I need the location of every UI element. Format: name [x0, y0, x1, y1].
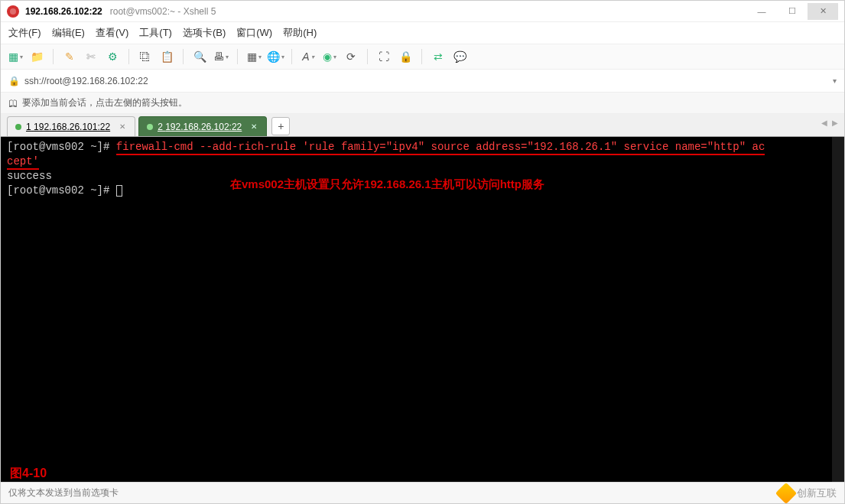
tab-session-1[interactable]: 1 192.168.26.101:22 ✕: [7, 116, 135, 136]
infobar-text: 要添加当前会话，点击左侧的箭头按钮。: [22, 96, 187, 109]
annotation-text: 在vms002主机设置只允许192.168.26.1主机可以访问http服务: [230, 177, 544, 191]
tab-nav: ◀ ▶: [821, 119, 838, 127]
separator: [367, 49, 368, 64]
separator: [237, 49, 238, 64]
menu-window[interactable]: 窗口(W): [236, 26, 272, 40]
menu-tabs[interactable]: 选项卡(B): [183, 26, 226, 40]
prompt: [root@vms002 ~]#: [7, 141, 116, 153]
status-dot-icon: [15, 124, 21, 130]
menu-tools[interactable]: 工具(T): [139, 26, 172, 40]
cursor-icon: [116, 185, 122, 197]
status-text: 仅将文本发送到当前选项卡: [8, 486, 119, 499]
close-button[interactable]: ✕: [808, 3, 838, 20]
print-icon[interactable]: 🖶: [213, 48, 229, 65]
tab-session-2[interactable]: 2 192.168.26.102:22 ✕: [138, 116, 267, 136]
new-session-icon[interactable]: ▦: [7, 48, 24, 65]
paste-icon[interactable]: 📋: [158, 48, 175, 65]
address-dropdown-icon[interactable]: ▾: [833, 76, 837, 85]
tabbar: 1 192.168.26.101:22 ✕ 2 192.168.26.102:2…: [1, 114, 844, 137]
address-url[interactable]: ssh://root@192.168.26.102:22: [24, 76, 833, 86]
infobar: 🕮 要添加当前会话，点击左侧的箭头按钮。: [1, 93, 844, 114]
watermark: 创新互联: [778, 486, 837, 501]
color-icon[interactable]: ◉: [321, 48, 338, 65]
app-window: 192.168.26.102:22 root@vms002:~ - Xshell…: [0, 0, 845, 504]
menu-edit[interactable]: 编辑(E): [52, 26, 85, 40]
svg-point-0: [10, 8, 16, 15]
tab-add-button[interactable]: +: [271, 117, 290, 135]
refresh-icon[interactable]: ⟳: [343, 48, 359, 65]
lock-icon: 🔒: [8, 76, 20, 86]
fullscreen-icon[interactable]: ⛶: [375, 48, 392, 65]
separator: [128, 49, 129, 64]
transfer-icon[interactable]: ⇄: [430, 48, 447, 65]
pencil-icon[interactable]: ✎: [61, 48, 78, 65]
tab-close-icon[interactable]: ✕: [251, 122, 257, 131]
watermark-icon: [775, 482, 797, 503]
font-icon[interactable]: A: [300, 48, 317, 65]
menu-help[interactable]: 帮助(H): [283, 26, 317, 40]
separator: [183, 49, 184, 64]
menu-view[interactable]: 查看(V): [96, 26, 128, 40]
menubar: 文件(F) 编辑(E) 查看(V) 工具(T) 选项卡(B) 窗口(W) 帮助(…: [1, 22, 844, 44]
maximize-button[interactable]: ☐: [777, 3, 808, 20]
command-text-cont: cept': [7, 155, 39, 170]
terminal-scrollbar[interactable]: [832, 137, 844, 482]
globe-icon[interactable]: 🌐: [267, 48, 284, 65]
tab-close-icon[interactable]: ✕: [119, 122, 125, 131]
bookmark-icon[interactable]: 🕮: [8, 98, 18, 109]
properties-icon[interactable]: ⚙: [104, 48, 121, 65]
lock-icon[interactable]: 🔒: [397, 48, 414, 65]
separator: [53, 49, 54, 64]
tab-next-icon[interactable]: ▶: [832, 119, 838, 127]
copy-icon[interactable]: ⿻: [137, 48, 154, 65]
terminal[interactable]: [root@vms002 ~]# firewall-cmd --add-rich…: [1, 137, 844, 482]
layout-icon[interactable]: ▦: [245, 48, 262, 65]
figure-label: 图4-10: [10, 466, 47, 480]
separator: [291, 49, 292, 64]
scissors-icon[interactable]: ✄: [83, 48, 99, 65]
chat-icon[interactable]: 💬: [451, 48, 468, 65]
toolbar: ▦ 📁 ✎ ✄ ⚙ ⿻ 📋 🔍 🖶 ▦ 🌐 A ◉ ⟳ ⛶ 🔒 ⇄ 💬: [1, 44, 844, 70]
command-text: firewall-cmd --add-rich-rule 'rule famil…: [116, 141, 765, 155]
status-dot-icon: [147, 124, 153, 130]
titlebar: 192.168.26.102:22 root@vms002:~ - Xshell…: [1, 1, 844, 22]
prompt: [root@vms002 ~]#: [7, 184, 116, 197]
find-icon[interactable]: 🔍: [191, 48, 208, 65]
menu-file[interactable]: 文件(F): [8, 26, 41, 40]
minimize-button[interactable]: —: [746, 3, 777, 20]
app-icon: [7, 5, 19, 18]
title-subtitle: root@vms002:~ - Xshell 5: [110, 6, 216, 17]
addressbar: 🔒 ssh://root@192.168.26.102:22 ▾: [1, 70, 844, 93]
tab-prev-icon[interactable]: ◀: [821, 119, 827, 127]
open-icon[interactable]: 📁: [28, 48, 45, 65]
statusbar: 仅将文本发送到当前选项卡 创新互联: [1, 482, 844, 503]
separator: [421, 49, 422, 64]
title-host: 192.168.26.102:22: [25, 6, 102, 17]
